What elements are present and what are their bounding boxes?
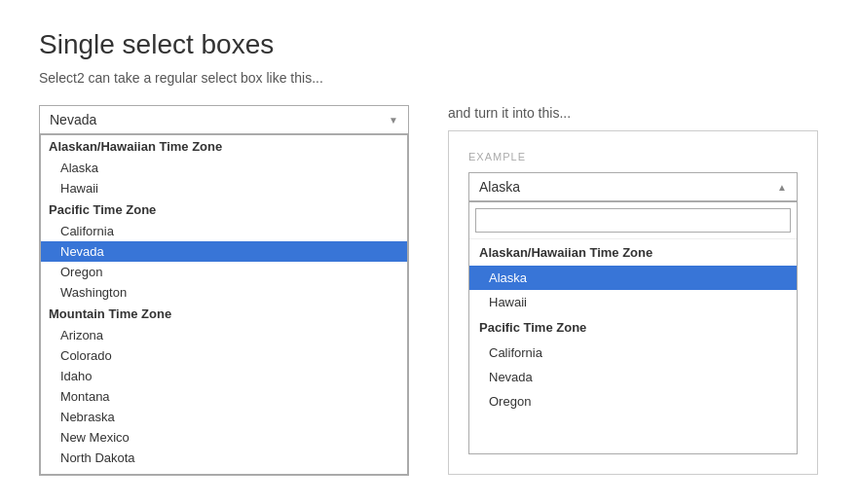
- select2-dropdown: Alaskan/Hawaiian Time Zone Alaska Hawaii…: [468, 201, 798, 454]
- option-new-mexico[interactable]: New Mexico: [41, 427, 407, 448]
- native-select-header[interactable]: Nevada ▼: [40, 106, 408, 134]
- group-mountain: Mountain Time Zone: [41, 303, 407, 325]
- option-nevada-selected[interactable]: Nevada: [41, 241, 407, 262]
- option-north-dakota[interactable]: North Dakota: [41, 448, 407, 468]
- select2-selection[interactable]: Alaska ▲: [468, 172, 798, 201]
- option-montana[interactable]: Montana: [41, 386, 407, 407]
- s2-group-alaskan: Alaskan/Hawaiian Time Zone: [469, 239, 797, 266]
- select2-search-container: [469, 202, 797, 239]
- option-hawaii[interactable]: Hawaii: [41, 178, 407, 198]
- option-washington[interactable]: Washington: [41, 282, 407, 303]
- option-oregon[interactable]: Oregon: [41, 262, 407, 282]
- select2-results-list[interactable]: Alaskan/Hawaiian Time Zone Alaska Hawaii…: [469, 239, 797, 453]
- select2-search-input[interactable]: [475, 208, 791, 233]
- native-select-value: Nevada: [50, 112, 96, 127]
- option-nebraska[interactable]: Nebraska: [41, 407, 407, 427]
- native-select-arrow: ▼: [389, 115, 398, 126]
- option-idaho[interactable]: Idaho: [41, 366, 407, 386]
- right-column: and turn it into this... EXAMPLE Alaska …: [448, 105, 818, 475]
- select2-value: Alaska: [479, 179, 520, 195]
- s2-group-pacific: Pacific Time Zone: [469, 314, 797, 341]
- example-box: EXAMPLE Alaska ▲ Alaskan/Hawaiian Time Z…: [448, 130, 818, 475]
- s2-option-nevada[interactable]: Nevada: [469, 365, 797, 389]
- s2-option-oregon[interactable]: Oregon: [469, 389, 797, 414]
- native-select-list[interactable]: Alaskan/Hawaiian Time Zone Alaska Hawaii…: [40, 134, 408, 475]
- select2-container[interactable]: Alaska ▲ Alaskan/Hawaiian Time Zone Alas…: [468, 172, 798, 454]
- example-label: EXAMPLE: [468, 151, 798, 162]
- s2-option-california[interactable]: California: [469, 341, 797, 365]
- option-california[interactable]: California: [41, 221, 407, 241]
- option-alaska[interactable]: Alaska: [41, 158, 407, 178]
- page-subtitle: Select2 can take a regular select box li…: [39, 70, 818, 86]
- page-title: Single select boxes: [39, 29, 818, 60]
- s2-option-alaska[interactable]: Alaska: [469, 266, 797, 290]
- group-alaskan: Alaskan/Hawaiian Time Zone: [41, 135, 407, 158]
- option-utah[interactable]: Utah: [41, 468, 407, 475]
- left-column: Nevada ▼ Alaskan/Hawaiian Time Zone Alas…: [39, 105, 409, 476]
- and-turn-text: and turn it into this...: [448, 105, 818, 121]
- select2-arrow: ▲: [777, 182, 787, 193]
- native-select-wrapper[interactable]: Nevada ▼ Alaskan/Hawaiian Time Zone Alas…: [39, 105, 409, 476]
- s2-option-hawaii[interactable]: Hawaii: [469, 290, 797, 314]
- group-pacific: Pacific Time Zone: [41, 198, 407, 221]
- option-arizona[interactable]: Arizona: [41, 325, 407, 345]
- option-colorado[interactable]: Colorado: [41, 345, 407, 366]
